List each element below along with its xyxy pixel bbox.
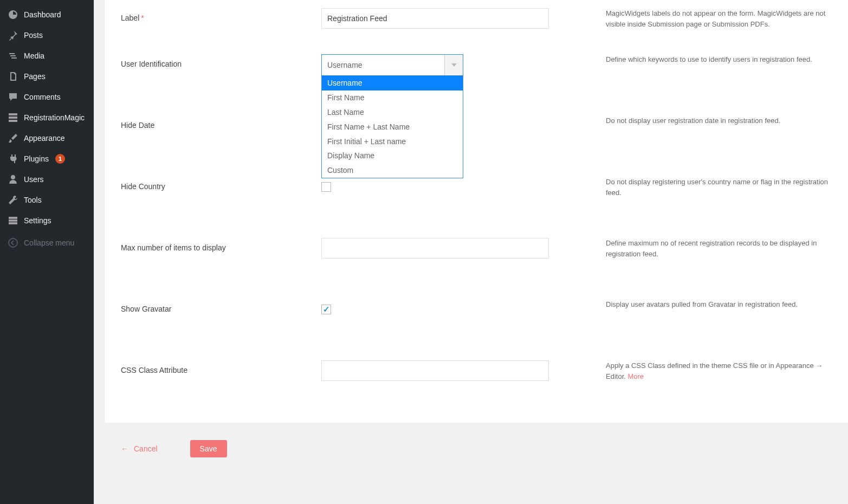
sidebar-item-appearance[interactable]: Appearance: [0, 128, 94, 148]
sidebar-item-plugins[interactable]: Plugins 1: [0, 148, 94, 169]
sidebar-item-registrationmagic[interactable]: RegistrationMagic: [0, 107, 94, 128]
sidebar-label: Posts: [24, 31, 43, 40]
sidebar-collapse[interactable]: Collapse menu: [0, 231, 94, 253]
sidebar-label: Users: [24, 175, 44, 184]
option-username[interactable]: Username: [322, 76, 463, 91]
option-first-name[interactable]: First Name: [322, 91, 463, 105]
sidebar-item-tools[interactable]: Tools: [0, 190, 94, 210]
sidebar-item-media[interactable]: Media: [0, 46, 94, 66]
sidebar-label: Dashboard: [24, 10, 61, 19]
row-hide-country: Hide Country Do not display registering …: [105, 177, 848, 238]
option-last-name[interactable]: Last Name: [322, 105, 463, 120]
sidebar-item-users[interactable]: Users: [0, 169, 94, 190]
more-link[interactable]: More: [627, 372, 644, 380]
collapse-icon: [8, 237, 18, 248]
row-max-items: Max number of items to display Define ma…: [105, 238, 848, 299]
pages-icon: [8, 71, 18, 82]
gravatar-help: Display user avatars pulled from Gravata…: [603, 299, 832, 310]
user-id-select[interactable]: Username: [321, 54, 463, 76]
comment-icon: [8, 92, 18, 102]
css-class-label: CSS Class Attribute: [121, 360, 321, 374]
sidebar-item-settings[interactable]: Settings: [0, 210, 94, 231]
row-show-gravatar: Show Gravatar Display user avatars pulle…: [105, 299, 848, 360]
sidebar-label: RegistrationMagic: [24, 113, 85, 122]
option-first-last-name[interactable]: First Name + Last Name: [322, 120, 463, 134]
hide-date-help: Do not display user registration date in…: [603, 115, 832, 126]
sidebar-item-posts[interactable]: Posts: [0, 25, 94, 46]
brush-icon: [8, 133, 18, 144]
main-area: Label* MagicWidgets labels do not appear…: [94, 0, 848, 504]
user-id-dropdown: Username First Name Last Name First Name…: [321, 76, 463, 178]
user-icon: [8, 174, 18, 185]
sidebar-label: Comments: [24, 93, 61, 101]
hide-country-help: Do not display registering user's countr…: [603, 177, 832, 198]
gravatar-label: Show Gravatar: [121, 299, 321, 313]
svg-point-0: [9, 238, 17, 247]
plugins-badge: 1: [55, 154, 65, 164]
arrow-left-icon: ←: [121, 444, 128, 453]
sidebar-label: Appearance: [24, 134, 65, 143]
css-class-input[interactable]: [321, 360, 549, 381]
user-id-selected: Username: [322, 61, 444, 69]
dashboard-icon: [8, 9, 18, 20]
sidebar-label: Pages: [24, 72, 46, 81]
max-items-help: Define maximum no of recent registration…: [603, 238, 832, 260]
gravatar-checkbox[interactable]: [321, 305, 331, 314]
label-help: MagicWidgets labels do not appear on the…: [603, 8, 832, 30]
pin-icon: [8, 30, 18, 41]
hide-country-checkbox[interactable]: [321, 182, 331, 192]
row-hide-date: Hide Date Do not display user registrati…: [105, 115, 848, 177]
wrench-icon: [8, 195, 18, 205]
option-custom[interactable]: Custom: [322, 163, 463, 178]
user-id-label: User Identification: [121, 54, 321, 68]
max-items-input[interactable]: [321, 238, 549, 259]
form-panel: Label* MagicWidgets labels do not appear…: [105, 0, 848, 423]
label-input[interactable]: [321, 8, 549, 29]
sidebar-label: Settings: [24, 216, 51, 225]
sidebar-collapse-label: Collapse menu: [24, 238, 74, 247]
hide-date-label: Hide Date: [121, 115, 321, 130]
option-first-initial-last[interactable]: First Initial + Last name: [322, 134, 463, 149]
admin-sidebar: Dashboard Posts Media Pages Comments Reg…: [0, 0, 94, 504]
row-css-class: CSS Class Attribute Apply a CSS Class de…: [105, 360, 848, 404]
cancel-button[interactable]: ← Cancel: [121, 444, 158, 453]
sidebar-item-comments[interactable]: Comments: [0, 87, 94, 107]
max-items-label: Max number of items to display: [121, 238, 321, 252]
option-display-name[interactable]: Display Name: [322, 148, 463, 163]
row-label: Label* MagicWidgets labels do not appear…: [105, 5, 848, 54]
grid-icon: [8, 112, 18, 123]
sliders-icon: [8, 215, 18, 226]
row-user-identification: User Identification Username Username Fi…: [105, 54, 848, 115]
save-button[interactable]: Save: [190, 440, 227, 457]
css-class-help: Apply a CSS Class defined in the theme C…: [603, 360, 832, 382]
sidebar-label: Media: [24, 51, 44, 60]
chevron-down-icon: [444, 55, 463, 75]
media-icon: [8, 50, 18, 61]
required-marker: *: [141, 14, 144, 22]
hide-country-label: Hide Country: [121, 177, 321, 191]
label-label: Label*: [121, 8, 321, 22]
sidebar-label: Tools: [24, 196, 42, 204]
footer-bar: ← Cancel Save: [105, 429, 848, 463]
sidebar-item-pages[interactable]: Pages: [0, 66, 94, 87]
user-id-help: Define which keywords to use to identify…: [603, 54, 832, 65]
plug-icon: [8, 153, 18, 164]
sidebar-item-dashboard[interactable]: Dashboard: [0, 4, 94, 25]
sidebar-label: Plugins: [24, 154, 49, 163]
